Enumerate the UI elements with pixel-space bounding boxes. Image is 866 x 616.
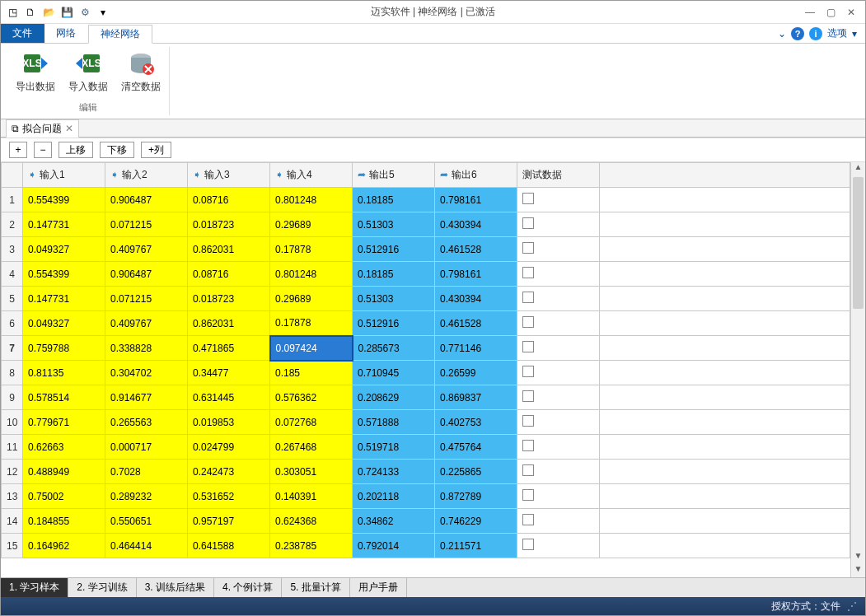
output-cell[interactable]: 0.475764 <box>435 435 517 460</box>
row-number[interactable]: 3 <box>2 237 23 262</box>
input-cell[interactable]: 0.906487 <box>105 188 188 212</box>
table-row[interactable]: 120.4889490.70280.2424730.3030510.724133… <box>2 460 850 484</box>
test-cell[interactable] <box>517 287 600 311</box>
input-cell[interactable]: 0.464414 <box>105 534 188 558</box>
input-cell[interactable]: 0.29689 <box>270 212 353 237</box>
clear-data-button[interactable]: 清空数据 <box>118 47 164 101</box>
output-cell[interactable]: 0.571888 <box>353 410 435 435</box>
document-tab[interactable]: ⧉ 拟合问题 ✕ <box>6 119 79 138</box>
test-checkbox[interactable] <box>522 489 534 501</box>
table-row[interactable]: 110.626630.0007170.0247990.2674680.51971… <box>2 435 850 460</box>
input-cell[interactable]: 0.242473 <box>188 460 270 484</box>
col-out5[interactable]: ➦输出5 <box>353 163 435 188</box>
test-cell[interactable] <box>517 509 600 534</box>
input-cell[interactable]: 0.7028 <box>105 460 188 484</box>
test-checkbox[interactable] <box>522 464 534 476</box>
row-number[interactable]: 7 <box>2 336 23 361</box>
test-cell[interactable] <box>517 534 600 558</box>
test-checkbox[interactable] <box>522 292 534 303</box>
col-in2[interactable]: ➧输入2 <box>105 163 188 188</box>
input-cell[interactable]: 0.759788 <box>23 336 105 361</box>
input-cell[interactable]: 0.62663 <box>23 435 105 460</box>
output-cell[interactable]: 0.430394 <box>435 212 517 237</box>
output-cell[interactable]: 0.724133 <box>353 460 435 484</box>
input-cell[interactable]: 0.471865 <box>188 336 270 361</box>
input-cell[interactable]: 0.238785 <box>270 534 353 558</box>
table-row[interactable]: 20.1477310.0712150.0187230.296890.513030… <box>2 212 850 237</box>
options-link[interactable]: 选项 <box>827 26 847 40</box>
tab-neural-network[interactable]: 神经网络 <box>88 25 152 44</box>
test-checkbox[interactable] <box>522 366 534 377</box>
test-checkbox[interactable] <box>522 341 534 352</box>
input-cell[interactable]: 0.267468 <box>270 435 353 460</box>
test-checkbox[interactable] <box>522 514 534 525</box>
input-cell[interactable]: 0.147731 <box>23 287 105 311</box>
test-checkbox[interactable] <box>522 316 534 328</box>
options-dropdown-icon[interactable]: ▾ <box>852 28 857 40</box>
new-icon[interactable]: 🗋 <box>24 6 37 19</box>
page-tab[interactable]: 2. 学习训练 <box>68 578 136 597</box>
input-cell[interactable]: 0.624368 <box>270 509 353 534</box>
row-number[interactable]: 12 <box>2 460 23 484</box>
output-cell[interactable]: 0.869837 <box>435 385 517 410</box>
output-cell[interactable]: 0.202118 <box>353 484 435 509</box>
output-cell[interactable]: 0.18185 <box>353 262 435 287</box>
row-number[interactable]: 5 <box>2 287 23 311</box>
output-cell[interactable]: 0.34862 <box>353 509 435 534</box>
input-cell[interactable]: 0.164962 <box>23 534 105 558</box>
output-cell[interactable]: 0.461528 <box>435 311 517 336</box>
input-cell[interactable]: 0.75002 <box>23 484 105 509</box>
input-cell[interactable]: 0.631445 <box>188 385 270 410</box>
save-icon[interactable]: 💾 <box>60 6 73 19</box>
input-cell[interactable]: 0.906487 <box>105 262 188 287</box>
input-cell[interactable]: 0.550651 <box>105 509 188 534</box>
input-cell[interactable]: 0.024799 <box>188 435 270 460</box>
row-number[interactable]: 11 <box>2 435 23 460</box>
input-cell[interactable]: 0.34477 <box>188 361 270 385</box>
input-cell[interactable]: 0.08716 <box>188 262 270 287</box>
test-checkbox[interactable] <box>522 193 534 204</box>
test-checkbox[interactable] <box>522 217 534 229</box>
col-in3[interactable]: ➧输入3 <box>188 163 270 188</box>
input-cell[interactable]: 0.049327 <box>23 311 105 336</box>
input-cell[interactable]: 0.147731 <box>23 212 105 237</box>
maximize-button[interactable]: ▢ <box>826 7 836 18</box>
table-row[interactable]: 150.1649620.4644140.6415880.2387850.7920… <box>2 534 850 558</box>
output-cell[interactable]: 0.208629 <box>353 385 435 410</box>
input-cell[interactable]: 0.801248 <box>270 188 353 212</box>
input-cell[interactable]: 0.578514 <box>23 385 105 410</box>
scroll-down-icon[interactable]: ▼ <box>851 551 865 564</box>
page-tab[interactable]: 用户手册 <box>350 578 407 597</box>
export-data-button[interactable]: XLS 导出数据 <box>12 47 59 101</box>
output-cell[interactable]: 0.710945 <box>353 361 435 385</box>
output-cell[interactable]: 0.51303 <box>353 212 435 237</box>
move-down-button[interactable]: 下移 <box>100 142 134 158</box>
input-cell[interactable]: 0.08716 <box>188 188 270 212</box>
input-cell[interactable]: 0.81135 <box>23 361 105 385</box>
table-row[interactable]: 60.0493270.4097670.8620310.178780.512916… <box>2 311 850 336</box>
input-cell[interactable]: 0.957197 <box>188 509 270 534</box>
remove-row-button[interactable]: − <box>34 142 52 158</box>
test-checkbox[interactable] <box>522 390 534 402</box>
output-cell[interactable]: 0.211571 <box>435 534 517 558</box>
col-out6[interactable]: ➦输出6 <box>435 163 517 188</box>
output-cell[interactable]: 0.519718 <box>353 435 435 460</box>
output-cell[interactable]: 0.798161 <box>435 262 517 287</box>
minimize-button[interactable]: — <box>805 7 815 18</box>
input-cell[interactable]: 0.862031 <box>188 237 270 262</box>
input-cell[interactable]: 0.071215 <box>105 287 188 311</box>
page-tab[interactable]: 3. 训练后结果 <box>137 578 214 597</box>
output-cell[interactable]: 0.512916 <box>353 311 435 336</box>
input-cell[interactable]: 0.29689 <box>270 287 353 311</box>
table-row[interactable]: 10.5543990.9064870.087160.8012480.181850… <box>2 188 850 212</box>
col-in1[interactable]: ➧输入1 <box>23 163 105 188</box>
close-button[interactable]: ✕ <box>847 7 855 18</box>
output-cell[interactable]: 0.285673 <box>353 336 435 361</box>
row-number[interactable]: 10 <box>2 410 23 435</box>
table-row[interactable]: 50.1477310.0712150.0187230.296890.513030… <box>2 287 850 311</box>
input-cell[interactable]: 0.184855 <box>23 509 105 534</box>
input-cell[interactable]: 0.779671 <box>23 410 105 435</box>
scroll-thumb[interactable] <box>853 177 864 309</box>
row-number[interactable]: 13 <box>2 484 23 509</box>
row-number[interactable]: 15 <box>2 534 23 558</box>
